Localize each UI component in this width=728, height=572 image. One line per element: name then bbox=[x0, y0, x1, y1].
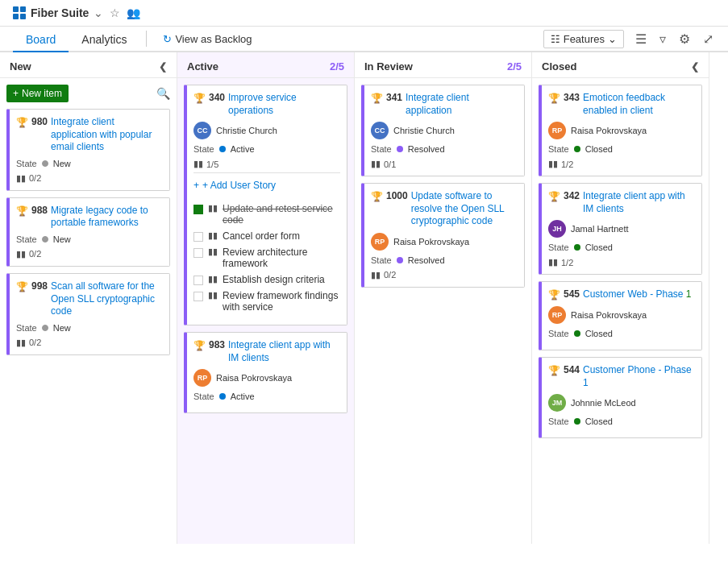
progress-bars-icon: ▮▮ bbox=[16, 338, 26, 348]
card-988[interactable]: 🏆 988 Migrate legacy code to portable fr… bbox=[6, 197, 170, 267]
card-340-avatar: CC Christie Church bbox=[193, 122, 340, 139]
nav-view-backlog[interactable]: ↻ View as Backlog bbox=[153, 28, 261, 50]
card-545[interactable]: 🏆 545 Customer Web - Phase 1 RP Raisa Po… bbox=[539, 281, 702, 350]
column-closed: Closed ❮ 🏆 343 Emoticon feedback enabled… bbox=[532, 52, 709, 544]
plus-icon: + bbox=[193, 180, 199, 191]
card-341[interactable]: 🏆 341 Integrate client application CC Ch… bbox=[361, 85, 525, 176]
layout-icon: ☷ bbox=[551, 33, 560, 45]
card-544-title: 🏆 544 Customer Phone - Phase 1 bbox=[548, 364, 695, 389]
story-item-5[interactable]: ▮▮ Review framework findings with servic… bbox=[193, 288, 340, 315]
story-bars-icon: ▮▮ bbox=[208, 230, 218, 241]
settings-icon[interactable]: ⚙ bbox=[677, 30, 692, 48]
column-closed-chevron[interactable]: ❮ bbox=[691, 61, 699, 73]
search-button[interactable]: 🔍 bbox=[156, 87, 170, 100]
story-checkbox-5[interactable] bbox=[193, 292, 203, 301]
card-980[interactable]: 🏆 980 Integrate client application with … bbox=[6, 109, 170, 191]
card-980-progress: ▮▮ 0/2 bbox=[16, 173, 163, 184]
card-545-avatar: RP Raisa Pokrovskaya bbox=[548, 306, 695, 324]
card-1000[interactable]: 🏆 1000 Update software to resolve the Op… bbox=[361, 183, 525, 288]
state-dot bbox=[42, 160, 48, 167]
state-label: State bbox=[548, 242, 569, 252]
card-341-progress: ▮▮ 0/1 bbox=[371, 159, 518, 169]
state-label: State bbox=[371, 255, 392, 265]
progress-bars-icon: ▮▮ bbox=[548, 159, 558, 169]
avatar: RP bbox=[193, 369, 211, 387]
card-1000-avatar: RP Raisa Pokrovskaya bbox=[371, 233, 518, 251]
card-983-state: State Active bbox=[193, 392, 340, 401]
phase-tag: 1 bbox=[686, 288, 692, 300]
state-dot bbox=[219, 146, 226, 152]
column-active-header: Active 2/5 bbox=[177, 52, 354, 78]
state-dot bbox=[42, 325, 48, 331]
column-closed-label: Closed bbox=[542, 60, 576, 73]
card-342-state: State Closed bbox=[548, 242, 695, 252]
features-dropdown[interactable]: ☷ Features ⌄ bbox=[543, 30, 624, 48]
column-new-chevron[interactable]: ❮ bbox=[159, 61, 167, 73]
people-icon[interactable]: 👥 bbox=[127, 6, 140, 19]
column-in-review-body: 🏆 341 Integrate client application CC Ch… bbox=[355, 78, 531, 544]
story-checkbox-3[interactable] bbox=[193, 248, 203, 258]
state-dot bbox=[42, 236, 48, 242]
star-icon[interactable]: ☆ bbox=[110, 6, 120, 19]
trophy-icon: 🏆 bbox=[371, 93, 383, 104]
card-342-progress: ▮▮ 1/2 bbox=[548, 257, 695, 267]
filter-lines-icon[interactable]: ☰ bbox=[634, 30, 648, 48]
nav-analytics[interactable]: Analytics bbox=[69, 27, 139, 52]
new-item-button[interactable]: + New item bbox=[6, 85, 69, 102]
story-item-4[interactable]: ▮▮ Establish design criteria bbox=[193, 271, 340, 288]
column-in-review-label: In Review bbox=[364, 60, 413, 73]
add-user-story-button[interactable]: + + Add User Story bbox=[193, 176, 340, 194]
column-active-label: Active bbox=[187, 60, 218, 73]
expand-icon[interactable]: ⤢ bbox=[701, 30, 715, 48]
card-343-avatar: RP Raisa Pokrovskaya bbox=[548, 122, 695, 139]
column-closed-header: Closed ❮ bbox=[532, 52, 709, 78]
story-item-3[interactable]: ▮▮ Review architecture framework bbox=[193, 244, 340, 271]
column-closed-body: 🏆 343 Emoticon feedback enabled in clien… bbox=[532, 78, 709, 544]
card-988-state: State New bbox=[16, 234, 163, 244]
state-label: State bbox=[16, 159, 37, 168]
trophy-icon: 🏆 bbox=[548, 289, 560, 301]
nav-right-actions: ☷ Features ⌄ ☰ ▿ ⚙ ⤢ bbox=[543, 30, 715, 48]
card-1000-title: 🏆 1000 Update software to resolve the Op… bbox=[371, 190, 518, 228]
state-dot bbox=[574, 418, 580, 425]
card-983[interactable]: 🏆 983 Integrate client app with IM clien… bbox=[184, 332, 347, 413]
card-343[interactable]: 🏆 343 Emoticon feedback enabled in clien… bbox=[539, 85, 702, 176]
logo-grid-icon bbox=[13, 6, 26, 19]
funnel-icon[interactable]: ▿ bbox=[658, 30, 668, 48]
state-dot bbox=[397, 146, 403, 152]
state-label: State bbox=[16, 323, 37, 333]
card-341-state: State Resolved bbox=[371, 144, 518, 154]
card-544[interactable]: 🏆 544 Customer Phone - Phase 1 JM Johnni… bbox=[539, 357, 702, 438]
card-980-title: 🏆 980 Integrate client application with … bbox=[16, 116, 163, 154]
story-bars-icon: ▮▮ bbox=[208, 203, 218, 213]
card-343-progress: ▮▮ 1/2 bbox=[548, 159, 695, 169]
dropdown-icon[interactable]: ⌄ bbox=[94, 6, 103, 19]
card-998[interactable]: 🏆 998 Scan all software for the Open SLL… bbox=[6, 273, 170, 355]
card-342[interactable]: 🏆 342 Integrate client app with IM clien… bbox=[539, 183, 702, 275]
story-checkbox-2[interactable] bbox=[193, 232, 203, 242]
topbar-icons: ⌄ ☆ 👥 bbox=[94, 6, 140, 19]
card-980-state: State New bbox=[16, 159, 163, 168]
state-dot bbox=[574, 330, 580, 337]
nav-board[interactable]: Board bbox=[13, 27, 69, 52]
state-dot bbox=[397, 257, 403, 263]
card-545-state: State Closed bbox=[548, 329, 695, 338]
column-new-header: New ❮ bbox=[0, 52, 177, 78]
column-new: New ❮ + New item 🔍 🏆 980 Integrate clien… bbox=[0, 52, 177, 544]
app-logo[interactable]: Fiber Suite bbox=[13, 6, 89, 19]
card-340[interactable]: 🏆 340 Improve service operations CC Chri… bbox=[184, 85, 347, 325]
story-bars-icon: ▮▮ bbox=[208, 290, 218, 301]
story-item-1[interactable]: ▮▮ Update and retest service code bbox=[193, 201, 340, 228]
trophy-icon: 🏆 bbox=[193, 340, 206, 351]
card-340-progress: ▮▮ 1/5 bbox=[193, 159, 340, 169]
trophy-icon: 🏆 bbox=[16, 205, 28, 217]
card-544-avatar: JM Johnnie McLeod bbox=[548, 394, 695, 412]
card-1000-progress: ▮▮ 0/2 bbox=[371, 270, 518, 280]
card-988-title: 🏆 988 Migrate legacy code to portable fr… bbox=[16, 205, 163, 230]
avatar: CC bbox=[193, 122, 211, 139]
card-983-title: 🏆 983 Integrate client app with IM clien… bbox=[193, 339, 340, 364]
story-checkbox-1[interactable] bbox=[193, 205, 203, 214]
avatar: JH bbox=[548, 220, 566, 238]
story-item-2[interactable]: ▮▮ Cancel order form bbox=[193, 228, 340, 244]
story-checkbox-4[interactable] bbox=[193, 276, 203, 285]
